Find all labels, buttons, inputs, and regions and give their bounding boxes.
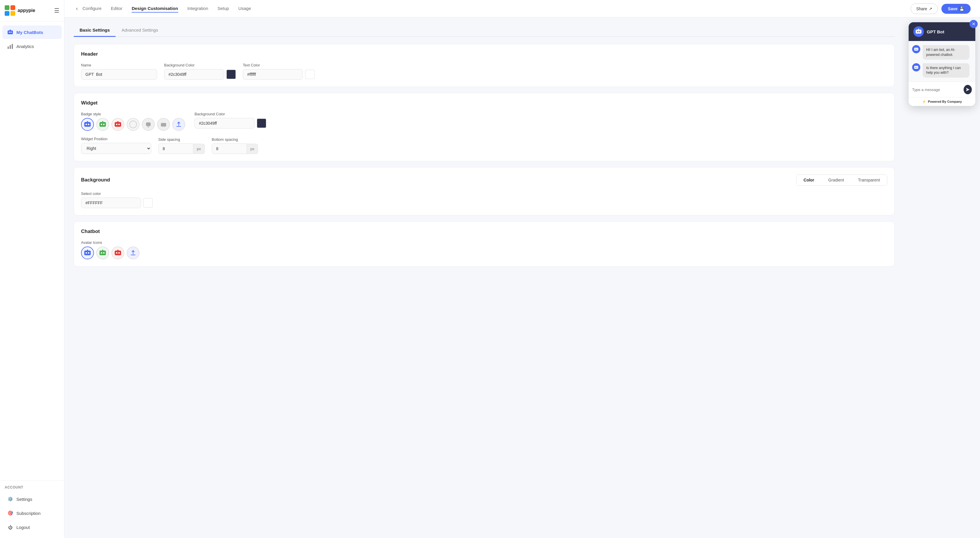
svg-rect-36	[117, 250, 118, 251]
chat-send-button[interactable]	[964, 85, 972, 94]
header-bg-color-label: Background Color	[164, 63, 236, 67]
badge-icon-1[interactable]	[96, 118, 109, 131]
svg-rect-3	[11, 11, 15, 16]
widget-section-title: Widget	[81, 100, 887, 106]
settings-panel: Basic Settings Advanced Settings Header …	[64, 18, 904, 538]
sub-tab-advanced[interactable]: Advanced Settings	[116, 25, 164, 37]
svg-point-44	[916, 49, 917, 50]
header-text-color-swatch[interactable]	[305, 70, 315, 79]
bg-select-color-label: Select color	[81, 192, 887, 196]
svg-point-30	[101, 252, 102, 254]
bg-color-swatch[interactable]	[143, 198, 153, 208]
hamburger-icon[interactable]: ☰	[54, 7, 59, 14]
svg-rect-7	[10, 30, 11, 31]
sub-tab-basic[interactable]: Basic Settings	[74, 25, 116, 37]
svg-point-31	[103, 252, 105, 254]
chat-footer: ⚡ Powered By Company	[908, 97, 975, 106]
badge-icon-0[interactable]	[81, 118, 94, 131]
share-icon: ↗	[929, 6, 932, 11]
svg-rect-41	[918, 29, 919, 30]
header-name-input[interactable]	[81, 69, 157, 80]
header-bg-color-input[interactable]	[164, 69, 224, 80]
svg-point-12	[86, 124, 87, 125]
sidebar-settings-label: Settings	[16, 497, 32, 502]
tab-integration[interactable]: Integration	[188, 5, 208, 13]
bg-color-button[interactable]: Color	[797, 175, 821, 185]
svg-point-16	[101, 124, 102, 125]
back-button[interactable]: ‹	[74, 5, 80, 13]
header-name-label: Name	[81, 63, 157, 67]
badge-icon-3[interactable]	[127, 118, 140, 131]
main-content: ‹ Configure Editor Design Customisation …	[64, 0, 980, 538]
svg-rect-28	[87, 250, 88, 251]
badge-style-label: Badge style	[81, 112, 185, 116]
header-bg-color-swatch[interactable]	[226, 70, 236, 79]
background-type-toggle: Color Gradient Transparent	[796, 174, 887, 185]
chat-header: GPT Bot	[908, 22, 975, 41]
sidebar-item-label: Analytics	[16, 44, 34, 49]
avatar-icon-2[interactable]	[111, 246, 124, 259]
svg-point-6	[11, 32, 12, 33]
bg-transparent-button[interactable]: Transparent	[851, 175, 887, 185]
bg-color-input[interactable]	[81, 198, 141, 208]
svg-rect-15	[99, 122, 106, 127]
tab-usage[interactable]: Usage	[239, 5, 251, 13]
badge-icon-4[interactable]	[142, 118, 155, 131]
background-card: Background Color Gradient Transparent Se…	[74, 167, 894, 216]
widget-card: Widget Badge style	[74, 93, 894, 161]
bottom-spacing-row: px	[212, 144, 258, 154]
subscription-icon: 🎯	[7, 510, 13, 516]
chat-input-field[interactable]	[912, 88, 961, 92]
svg-rect-23	[161, 123, 166, 126]
svg-rect-0	[5, 5, 10, 10]
sidebar-item-subscription[interactable]: 🎯 Subscription	[2, 506, 62, 520]
chat-message-1: Hi! I am bot, an AI-powered chatbot.	[912, 45, 972, 60]
content-area: Basic Settings Advanced Settings Header …	[64, 18, 980, 538]
widget-position-group: Widget Position Left Right	[81, 137, 151, 154]
tab-editor[interactable]: Editor	[111, 5, 122, 13]
tab-configure[interactable]: Configure	[83, 5, 102, 13]
topbar-left: ‹ Configure Editor Design Customisation …	[74, 5, 251, 13]
widget-bg-color-swatch[interactable]	[257, 118, 266, 128]
svg-rect-8	[8, 46, 9, 49]
settings-icon: ⚙️	[7, 496, 13, 502]
powered-by-icon: ⚡	[922, 100, 926, 103]
avatar-icons-row	[81, 246, 887, 259]
widget-position-select[interactable]: Left Right	[81, 143, 151, 154]
header-text-color-input[interactable]	[243, 69, 303, 80]
widget-bg-color-input[interactable]	[194, 118, 255, 128]
save-button[interactable]: Save 💾	[941, 4, 970, 14]
share-button[interactable]: Share ↗	[911, 3, 938, 14]
svg-rect-4	[8, 30, 13, 34]
badge-icon-5[interactable]	[157, 118, 170, 131]
sidebar-item-settings[interactable]: ⚙️ Settings	[2, 492, 62, 506]
avatar-icon-1[interactable]	[96, 246, 109, 259]
sidebar-subscription-label: Subscription	[16, 511, 41, 516]
svg-rect-32	[102, 250, 103, 251]
bottom-spacing-input[interactable]	[212, 144, 247, 154]
bg-gradient-button[interactable]: Gradient	[821, 175, 851, 185]
svg-rect-10	[12, 44, 13, 49]
tab-setup[interactable]: Setup	[217, 5, 229, 13]
tab-design[interactable]: Design Customisation	[132, 5, 178, 13]
avatar-icon-upload[interactable]	[127, 246, 140, 259]
header-bg-color-group: Background Color	[164, 63, 236, 80]
sidebar-item-logout[interactable]: ⏻ Logout	[2, 520, 62, 534]
side-spacing-label: Side spacing	[158, 137, 205, 142]
sidebar-item-analytics[interactable]: Analytics	[2, 40, 62, 53]
side-spacing-input[interactable]	[158, 144, 193, 154]
svg-rect-38	[916, 30, 921, 34]
sidebar-item-my-chatbots[interactable]: My ChatBots	[2, 26, 62, 39]
close-preview-button[interactable]: ✕	[969, 20, 978, 28]
widget-bg-color-col: Background Color	[194, 112, 266, 128]
badge-icon-upload[interactable]	[172, 118, 185, 131]
avatar-icons-label: Avatar Icons	[81, 240, 887, 245]
chat-bot-avatar	[913, 26, 924, 37]
bg-color-row	[81, 198, 887, 208]
avatar-icon-0[interactable]	[81, 246, 94, 259]
badge-style-col: Badge style	[81, 112, 185, 131]
badge-icon-2[interactable]	[111, 118, 124, 131]
sidebar-logo: appypie ☰	[0, 0, 64, 21]
account-label: Account	[0, 484, 64, 492]
svg-rect-19	[115, 122, 121, 127]
